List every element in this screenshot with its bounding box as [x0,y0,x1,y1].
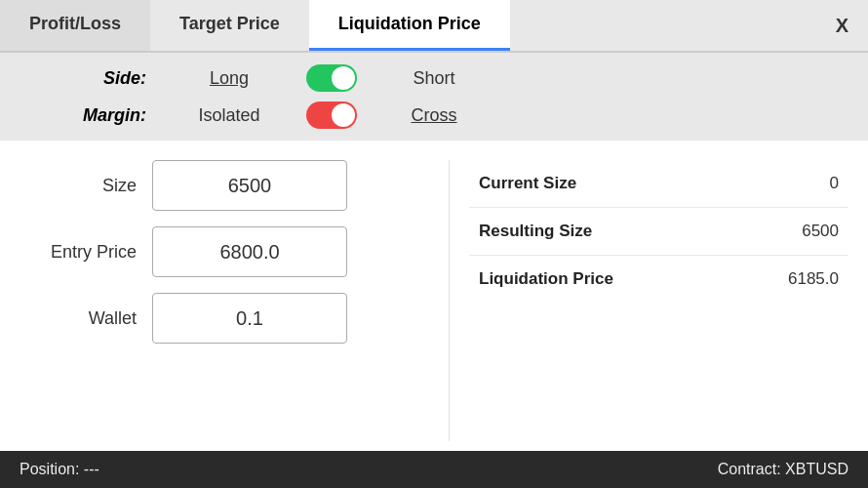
side-toggle[interactable] [306,64,357,92]
close-button[interactable]: X [816,0,868,51]
inputs-column: Size Entry Price Wallet [20,160,429,441]
options-section: Side: Long Short Margin: Isolated Cross [0,53,868,141]
entry-price-label: Entry Price [20,242,137,263]
size-label: Size [20,176,137,196]
side-row: Side: Long Short [39,64,829,92]
liquidation-price-value: 6185.0 [788,269,839,289]
margin-toggle[interactable] [306,102,357,129]
margin-isolated[interactable]: Isolated [166,105,293,126]
margin-cross[interactable]: Cross [371,105,497,126]
main-content: Side: Long Short Margin: Isolated Cross [0,53,868,451]
entry-price-row: Entry Price [20,226,429,277]
margin-row: Margin: Isolated Cross [39,102,829,129]
side-toggle-knob [332,66,355,90]
size-row: Size [20,160,429,211]
current-size-value: 0 [830,174,839,193]
margin-toggle-container [293,102,371,129]
info-panel: Current Size 0 Resulting Size 6500 Liqui… [449,160,848,441]
side-toggle-container [293,64,371,92]
entry-price-input[interactable] [152,226,347,277]
tab-profit-loss[interactable]: Profit/Loss [0,0,150,51]
liquidation-price-row: Liquidation Price 6185.0 [469,256,848,303]
size-input[interactable] [152,160,347,211]
margin-label: Margin: [39,105,166,126]
resulting-size-row: Resulting Size 6500 [469,208,848,256]
wallet-row: Wallet [20,293,429,344]
resulting-size-value: 6500 [802,222,839,241]
resulting-size-key: Resulting Size [479,222,592,241]
wallet-label: Wallet [20,308,137,329]
tab-target-price[interactable]: Target Price [150,0,309,51]
contract-status: Contract: XBTUSD [718,461,848,478]
side-label: Side: [39,68,166,89]
wallet-input[interactable] [152,293,347,344]
position-status: Position: --- [20,461,99,478]
side-long[interactable]: Long [166,68,293,89]
fields-section: Size Entry Price Wallet Current Size 0 R… [0,141,868,451]
current-size-row: Current Size 0 [469,160,848,208]
margin-toggle-knob [332,103,355,127]
side-short[interactable]: Short [371,68,497,89]
status-bar: Position: --- Contract: XBTUSD [0,451,868,488]
current-size-key: Current Size [479,174,576,193]
tab-bar: Profit/Loss Target Price Liquidation Pri… [0,0,868,53]
liquidation-price-key: Liquidation Price [479,269,613,289]
tab-liquidation-price[interactable]: Liquidation Price [309,0,510,51]
